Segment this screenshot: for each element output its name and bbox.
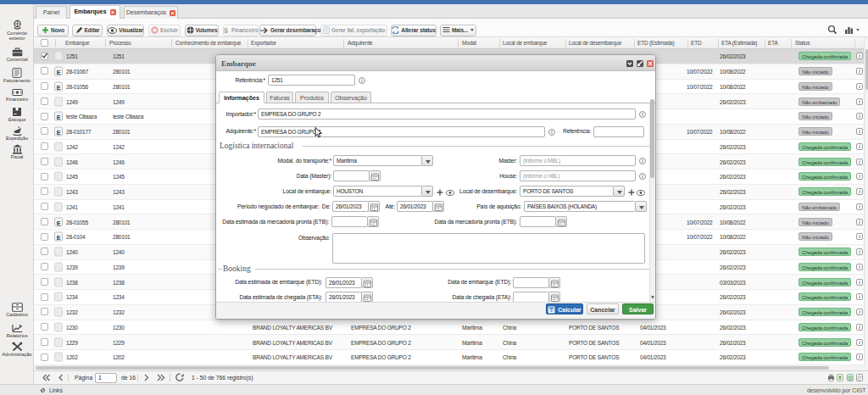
svg-text:$: $: [224, 26, 228, 34]
svg-text:X: X: [837, 375, 842, 381]
